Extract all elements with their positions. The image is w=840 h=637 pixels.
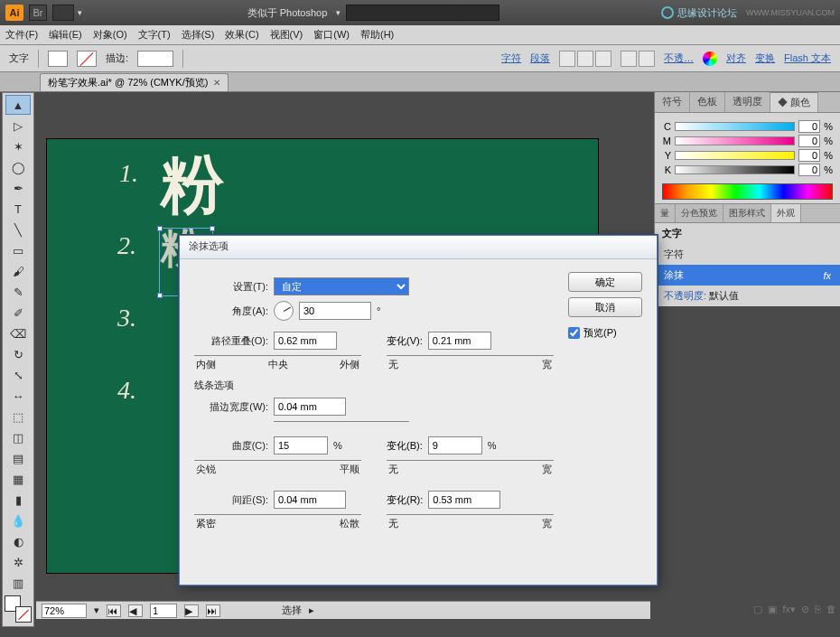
yellow-input[interactable]: [798, 149, 820, 162]
curviness-input[interactable]: [274, 436, 328, 454]
new-fill-icon[interactable]: ▢: [753, 604, 762, 615]
appearance-row-characters[interactable]: 字符: [655, 244, 840, 265]
direct-selection-tool[interactable]: ▷: [5, 116, 31, 136]
menu-file[interactable]: 文件(F): [5, 28, 38, 42]
spacing-input[interactable]: [274, 491, 346, 509]
gradient-tool[interactable]: ▮: [5, 490, 31, 510]
menu-effect[interactable]: 效果(C): [225, 28, 258, 42]
type-tool[interactable]: T: [5, 199, 31, 219]
free-transform-tool[interactable]: ⬚: [5, 407, 31, 426]
align-icons-b[interactable]: [621, 51, 655, 67]
magic-wand-tool[interactable]: ✶: [5, 136, 31, 156]
magenta-slider[interactable]: [675, 136, 795, 145]
tab-graphic-styles[interactable]: 图形样式: [723, 204, 771, 222]
shape-builder-tool[interactable]: ◫: [5, 427, 31, 447]
black-input[interactable]: [798, 164, 820, 176]
add-effect-icon[interactable]: fx▾: [782, 604, 796, 615]
tab-swatches[interactable]: 色板: [690, 92, 725, 112]
eyedropper-tool[interactable]: 💧: [5, 511, 31, 530]
tab-symbols[interactable]: 符号: [655, 92, 690, 112]
community-icon[interactable]: [661, 6, 674, 19]
fx-icon: fx: [823, 270, 831, 281]
pen-tool[interactable]: ✒: [5, 178, 31, 198]
transform-link[interactable]: 变换: [755, 52, 775, 65]
line-tool[interactable]: ╲: [5, 220, 31, 239]
clear-icon[interactable]: ⊘: [801, 604, 809, 615]
eraser-tool[interactable]: ⌫: [5, 323, 31, 343]
lasso-tool[interactable]: ◯: [5, 157, 31, 177]
rotate-tool[interactable]: ↻: [5, 344, 31, 364]
magenta-input[interactable]: [798, 135, 820, 147]
width-tool[interactable]: ↔: [5, 386, 31, 406]
opacity-link[interactable]: 不透…: [664, 52, 694, 65]
pencil-tool[interactable]: ✎: [5, 282, 31, 302]
tab-separations[interactable]: 分色预览: [676, 204, 723, 222]
yellow-slider[interactable]: [675, 151, 795, 160]
appearance-row-scribble[interactable]: 涂抹 fx: [655, 265, 840, 286]
paintbrush-tool[interactable]: 🖌: [5, 261, 31, 281]
cyan-input[interactable]: [798, 120, 820, 133]
trash-icon[interactable]: 🗑: [826, 604, 836, 614]
cancel-button[interactable]: 取消: [568, 297, 642, 317]
menu-window[interactable]: 窗口(W): [313, 28, 350, 42]
fill-stroke-control[interactable]: [5, 595, 32, 623]
angle-input[interactable]: [299, 302, 371, 320]
fill-swatch[interactable]: [48, 51, 68, 67]
workspace-switcher[interactable]: 类似于 Photoshop: [244, 5, 331, 22]
menu-select[interactable]: 选择(S): [182, 28, 215, 42]
search-input[interactable]: [346, 5, 499, 21]
chevron-down-icon[interactable]: ▾: [336, 8, 341, 17]
zoom-input[interactable]: [42, 604, 87, 618]
stroke-weight-input[interactable]: [137, 51, 173, 67]
graph-tool[interactable]: ▥: [5, 573, 31, 593]
perspective-tool[interactable]: ▤: [5, 448, 31, 468]
stroke-swatch[interactable]: [77, 51, 97, 67]
duplicate-icon[interactable]: ⎘: [815, 604, 821, 614]
menu-object[interactable]: 对象(O): [93, 28, 127, 42]
color-spectrum[interactable]: [662, 183, 833, 200]
selection-tool[interactable]: ▲: [5, 95, 31, 115]
paragraph-panel-link[interactable]: 段落: [530, 52, 550, 65]
tab-transparency[interactable]: 透明度: [725, 92, 770, 112]
preview-checkbox[interactable]: 预览(P): [568, 326, 642, 340]
artboard-prev[interactable]: ◀: [128, 604, 143, 617]
menu-help[interactable]: 帮助(H): [360, 28, 394, 42]
angle-dial[interactable]: [274, 301, 294, 321]
cyan-slider[interactable]: [675, 122, 795, 131]
document-tab[interactable]: 粉笔字效果.ai* @ 72% (CMYK/预览) ✕: [40, 73, 229, 91]
black-slider[interactable]: [675, 165, 795, 174]
menu-type[interactable]: 文字(T): [138, 28, 171, 42]
ok-button[interactable]: 确定: [568, 272, 642, 292]
tab-color[interactable]: ◆ 颜色: [770, 92, 818, 112]
blob-brush-tool[interactable]: ✐: [5, 303, 31, 323]
variation-v-input[interactable]: [428, 332, 491, 350]
close-tab-icon[interactable]: ✕: [213, 78, 220, 88]
align-link[interactable]: 对齐: [726, 52, 746, 65]
bridge-icon[interactable]: Br: [29, 5, 47, 21]
symbol-sprayer-tool[interactable]: ✲: [5, 552, 31, 572]
blend-tool[interactable]: ◐: [5, 531, 31, 551]
menu-view[interactable]: 视图(V): [270, 28, 303, 42]
mesh-tool[interactable]: ▦: [5, 469, 31, 489]
appearance-row-opacity[interactable]: 不透明度: 默认值: [655, 286, 840, 306]
rectangle-tool[interactable]: ▭: [5, 240, 31, 260]
stroke-width-input[interactable]: [274, 398, 346, 416]
settings-select[interactable]: 自定: [274, 277, 409, 295]
tab-a[interactable]: 量: [655, 204, 676, 222]
overlap-input[interactable]: [274, 332, 337, 350]
new-stroke-icon[interactable]: ▣: [768, 604, 777, 615]
menu-edit[interactable]: 编辑(E): [49, 28, 82, 42]
spacing-var-input[interactable]: [428, 491, 500, 509]
artboard-first[interactable]: ⏮: [107, 604, 121, 617]
layout-button[interactable]: [52, 5, 74, 21]
artboard-last[interactable]: ⏭: [206, 604, 220, 617]
recolor-icon[interactable]: [703, 52, 717, 66]
artboard-next[interactable]: ▶: [184, 604, 199, 617]
artboard-number[interactable]: [150, 604, 177, 618]
character-panel-link[interactable]: 字符: [501, 52, 521, 65]
curv-var-input[interactable]: [428, 436, 482, 454]
tab-appearance[interactable]: 外观: [771, 204, 801, 222]
flash-text-link[interactable]: Flash 文本: [784, 52, 831, 65]
paragraph-align-icons[interactable]: [559, 51, 611, 67]
scale-tool[interactable]: ⤡: [5, 365, 31, 385]
